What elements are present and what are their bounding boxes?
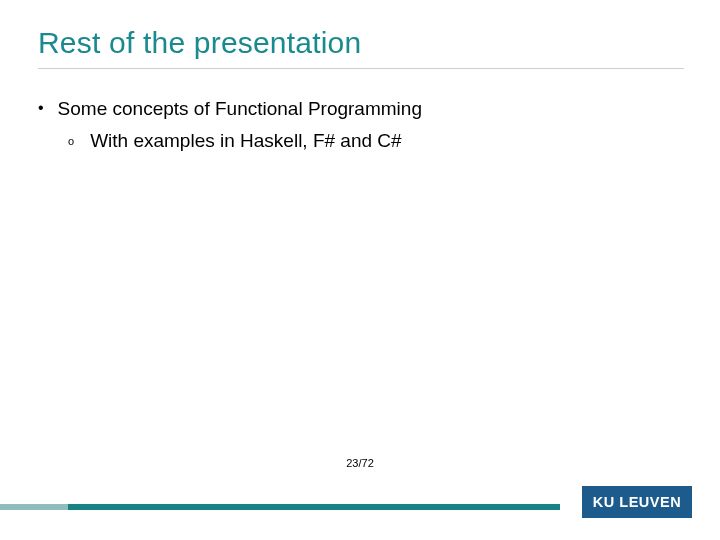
bullet-level-2: o With examples in Haskell, F# and C# <box>68 128 680 154</box>
ku-leuven-logo: KU LEUVEN <box>582 486 692 518</box>
slide-body: • Some concepts of Functional Programmin… <box>38 96 680 154</box>
slide: Rest of the presentation • Some concepts… <box>0 0 720 540</box>
bullet-level-1: • Some concepts of Functional Programmin… <box>38 96 680 122</box>
footer-bar-light <box>0 504 68 510</box>
title-underline <box>38 68 684 69</box>
footer-bar-dark <box>68 504 560 510</box>
page-number: 23/72 <box>0 457 720 469</box>
bullet-level-2-text: With examples in Haskell, F# and C# <box>90 128 402 154</box>
footer-accent-bar <box>0 504 560 510</box>
bullet-level-1-text: Some concepts of Functional Programming <box>58 96 422 122</box>
slide-title: Rest of the presentation <box>38 26 361 60</box>
bullet-circle-icon: o <box>68 128 74 154</box>
bullet-dot-icon: • <box>38 96 44 120</box>
